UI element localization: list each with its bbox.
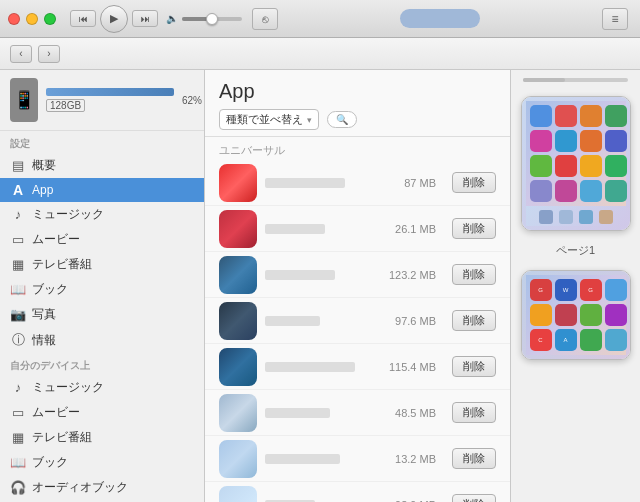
sidebar-item-label: ミュージック: [32, 379, 104, 396]
minimize-button[interactable]: [26, 13, 38, 25]
volume-slider[interactable]: 🔈: [166, 13, 242, 24]
play-button[interactable]: ▶: [100, 5, 128, 33]
table-row[interactable]: 123.2 MB 削除: [205, 252, 510, 298]
phone-app-icon: [555, 105, 577, 127]
sidebar-item-book2[interactable]: 📖 ブック: [0, 450, 204, 475]
search-box[interactable]: 🔍: [327, 111, 357, 128]
back-button[interactable]: ‹: [10, 45, 32, 63]
sidebar-item-label: ムービー: [32, 404, 80, 421]
section-label-universal: ユニバーサル: [205, 137, 510, 160]
app-name-area: [265, 316, 387, 326]
sidebar-item-photo[interactable]: 📷 写真: [0, 302, 204, 327]
sidebar-item-movie[interactable]: ▭ ムービー: [0, 227, 204, 252]
dock-icon: [559, 210, 573, 224]
airplay-button[interactable]: ⎋: [252, 8, 278, 30]
sidebar-item-tv2[interactable]: ▦ テレビ番組: [0, 425, 204, 450]
sidebar-item-label: ブック: [32, 281, 68, 298]
book-icon: 📖: [10, 282, 26, 297]
app-size: 123.2 MB: [389, 269, 436, 281]
delete-button[interactable]: 削除: [452, 402, 496, 423]
sort-select[interactable]: 種類で並べ替え ▾: [219, 109, 319, 130]
sidebar-item-tv[interactable]: ▦ テレビ番組: [0, 252, 204, 277]
device-pill[interactable]: [400, 9, 480, 28]
sidebar-item-label: テレビ番組: [32, 429, 92, 446]
my-device-section-label: 自分のデバイス上: [0, 353, 204, 375]
close-button[interactable]: [8, 13, 20, 25]
app-name: [265, 316, 320, 326]
device-info: 128GB: [46, 88, 174, 112]
sidebar-item-label: テレビ番組: [32, 256, 92, 273]
delete-button[interactable]: 削除: [452, 356, 496, 377]
table-row[interactable]: 13.2 MB 削除: [205, 436, 510, 482]
volume-track[interactable]: [182, 17, 242, 21]
phone-app-icon: G: [530, 279, 552, 301]
titlebar-center: [278, 9, 602, 28]
sidebar-item-music2[interactable]: ♪ ミュージック: [0, 375, 204, 400]
sidebar-item-summary[interactable]: ▤ 概要: [0, 153, 204, 178]
app-icon-image: [219, 440, 257, 478]
forward-button[interactable]: ›: [38, 45, 60, 63]
phone-app-icon: [555, 130, 577, 152]
delete-button[interactable]: 削除: [452, 218, 496, 239]
phone-app-icon: [530, 105, 552, 127]
phone-screen-2: G W G C A: [521, 270, 631, 360]
table-row[interactable]: 26.1 MB 削除: [205, 206, 510, 252]
phone-app-icon: [580, 329, 602, 351]
app-icon-image: [219, 486, 257, 503]
sidebar-item-label: ブック: [32, 454, 68, 471]
app-name: [265, 362, 355, 372]
table-row[interactable]: 97.6 MB 削除: [205, 298, 510, 344]
app-icon-image: [219, 348, 257, 386]
sidebar-item-info[interactable]: ⓘ 情報: [0, 327, 204, 353]
sidebar: 📱 128GB 62% 🔋 設定 ▤ 概要 A App ♪: [0, 70, 205, 502]
delete-button[interactable]: 削除: [452, 172, 496, 193]
phone-app-icon: [605, 105, 627, 127]
movie2-icon: ▭: [10, 405, 26, 420]
dock-icon: [539, 210, 553, 224]
phone-app-icon: [605, 130, 627, 152]
app-size: 97.6 MB: [395, 315, 436, 327]
app-icon-image: [219, 256, 257, 294]
rewind-button[interactable]: ⏮: [70, 10, 96, 27]
app-name-area: [265, 408, 387, 418]
phone-app-icon: [580, 105, 602, 127]
delete-button[interactable]: 削除: [452, 448, 496, 469]
app-name-area: [265, 362, 381, 372]
table-row[interactable]: 48.5 MB 削除: [205, 390, 510, 436]
sidebar-item-music[interactable]: ♪ ミュージック: [0, 202, 204, 227]
app-name: [265, 408, 330, 418]
sidebar-item-audiobook[interactable]: 🎧 オーディオブック: [0, 475, 204, 500]
phone-app-icon: [605, 329, 627, 351]
table-row[interactable]: 115.4 MB 削除: [205, 344, 510, 390]
panel-slider[interactable]: [523, 78, 628, 82]
volume-fill: [182, 17, 209, 21]
app-name: [265, 224, 325, 234]
app-icon-image: [219, 164, 257, 202]
tv-icon: ▦: [10, 257, 26, 272]
delete-button[interactable]: 削除: [452, 494, 496, 502]
app-name-area: [265, 224, 387, 234]
table-row[interactable]: 87 MB 削除: [205, 160, 510, 206]
app-icon-image: [219, 210, 257, 248]
phone-app-icon: [530, 130, 552, 152]
phone-app-icon: G: [580, 279, 602, 301]
delete-button[interactable]: 削除: [452, 310, 496, 331]
sidebar-item-label: 写真: [32, 306, 56, 323]
app-name-area: [265, 270, 381, 280]
sidebar-item-label: 概要: [32, 157, 56, 174]
table-row[interactable]: 93.9 MB 削除: [205, 482, 510, 502]
search-icon: 🔍: [336, 114, 348, 125]
app-name: [265, 270, 335, 280]
list-view-button[interactable]: ≡: [602, 8, 628, 30]
delete-button[interactable]: 削除: [452, 264, 496, 285]
fullscreen-button[interactable]: [44, 13, 56, 25]
sidebar-item-app[interactable]: A App: [0, 178, 204, 202]
volume-thumb[interactable]: [206, 13, 218, 25]
audiobook-icon: 🎧: [10, 480, 26, 495]
storage-bar-fill: [46, 88, 174, 96]
sidebar-item-movie2[interactable]: ▭ ムービー: [0, 400, 204, 425]
sidebar-item-book[interactable]: 📖 ブック: [0, 277, 204, 302]
fast-forward-button[interactable]: ⏭: [132, 10, 158, 27]
device-icon: 📱: [10, 78, 38, 122]
sidebar-item-label: オーディオブック: [32, 479, 128, 496]
